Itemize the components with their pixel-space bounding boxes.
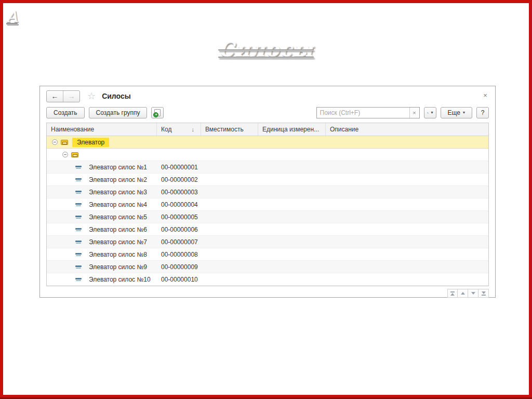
table-row[interactable]: Элеватор силос №800-00000008 [47, 248, 488, 261]
unit-cell [258, 186, 326, 198]
name-cell: Элеватор [47, 136, 157, 148]
name-cell: Элеватор силос №2 [47, 174, 157, 185]
code-cell: 00-00000010 [157, 273, 201, 285]
search-box: × [316, 107, 420, 118]
capacity-cell [201, 273, 258, 285]
table-body: ЭлеваторЭлеватор силос №100-00000001Элев… [47, 136, 488, 286]
triangle-down-icon [482, 291, 486, 294]
go-to-last-button[interactable] [478, 289, 489, 298]
create-button[interactable]: Создать [46, 107, 85, 118]
tree-collapse-icon[interactable] [52, 139, 58, 145]
table-row[interactable]: Элеватор силос №200-00000002 [47, 174, 488, 186]
table-row[interactable]: Элеватор силос №600-00000006 [47, 223, 488, 236]
table-row[interactable] [47, 149, 488, 161]
unit-cell [258, 273, 326, 285]
create-group-button[interactable]: Создать группу [89, 107, 148, 118]
list-footer [40, 286, 495, 298]
table-row[interactable]: Элеватор силос №500-00000005 [47, 211, 488, 223]
column-header-4[interactable]: Единица измерен... [258, 123, 326, 136]
name-cell: Элеватор силос №10 [47, 273, 157, 285]
capacity-cell [201, 149, 258, 161]
tree-indent [52, 167, 75, 167]
search-icon [427, 110, 429, 116]
code-cell: 00-00000004 [157, 198, 201, 210]
item-name: Элеватор силос №2 [89, 176, 147, 183]
item-name: Элеватор силос №7 [89, 238, 147, 246]
tree-collapse-icon[interactable] [62, 152, 68, 157]
description-cell [326, 261, 488, 273]
item-name: Элеватор силос №1 [89, 164, 147, 171]
help-button[interactable]: ? [476, 107, 489, 118]
description-cell [326, 174, 488, 185]
unit-cell [258, 174, 326, 185]
table-row[interactable]: Элеватор силос №400-00000004 [47, 198, 488, 211]
code-cell: 00-00000009 [157, 261, 201, 273]
triangle-up-icon [461, 292, 465, 295]
group-folder-icon [71, 152, 78, 157]
app-window: ← → ☆ Силосы × Создать Создать группу + [39, 86, 496, 298]
unit-cell [258, 211, 326, 223]
triangle-down-icon [471, 292, 475, 295]
description-cell [326, 186, 488, 198]
capacity-cell [201, 236, 258, 248]
toolbar-right-group: × ▾ Еще ▾ ? [316, 107, 489, 118]
item-name: Элеватор силос №4 [89, 201, 147, 208]
column-header-3[interactable]: Вместимость [201, 123, 258, 136]
table-row[interactable]: Элеватор [47, 136, 488, 149]
toolbar-left-group: Создать Создать группу + [46, 107, 164, 118]
code-cell: 00-00000008 [157, 248, 201, 260]
unit-cell [258, 198, 326, 210]
name-cell: Элеватор силос №7 [47, 236, 157, 248]
capacity-cell [201, 211, 258, 223]
capacity-cell [201, 223, 258, 235]
more-button[interactable]: Еще ▾ [441, 107, 472, 118]
create-by-copy-button[interactable]: + [151, 107, 164, 118]
copy-document-icon: + [154, 109, 161, 116]
table-row[interactable]: Элеватор силос №900-00000009 [47, 261, 488, 273]
slide-title: Силосы [0, 37, 532, 61]
favorite-star-icon[interactable]: ☆ [87, 91, 96, 101]
unit-cell [258, 136, 326, 148]
catalog-item-icon [75, 252, 82, 257]
code-cell: 00-00000001 [157, 161, 201, 173]
search-clear-button[interactable]: × [409, 108, 419, 118]
catalog-item-icon [75, 190, 82, 194]
back-button[interactable]: ← [47, 91, 63, 102]
move-up-button[interactable] [458, 289, 468, 298]
search-input[interactable] [317, 108, 409, 117]
code-cell: 00-00000007 [157, 236, 201, 248]
tree-indent [52, 154, 62, 155]
column-header-5[interactable]: Описание [326, 123, 488, 136]
table-row[interactable]: Элеватор силос №300-00000003 [47, 186, 488, 198]
tree-indent [52, 192, 75, 192]
table-row[interactable]: Элеватор силос №700-00000007 [47, 236, 488, 248]
table-header-row: НаименованиеКод↓ВместимостьЕдиница измер… [47, 123, 488, 136]
column-header-1[interactable]: Наименование [47, 123, 157, 136]
go-to-first-button[interactable] [447, 289, 458, 298]
unit-cell [258, 236, 326, 248]
table-row[interactable]: Элеватор силос №1000-00000010 [47, 273, 488, 286]
list-toolbar: Создать Создать группу + × ▾ [40, 106, 495, 123]
name-cell: Элеватор силос №1 [47, 161, 157, 173]
column-header-2[interactable]: Код↓ [157, 123, 201, 136]
column-header-label: Единица измерен... [262, 126, 319, 133]
move-down-button[interactable] [468, 289, 478, 298]
unit-cell [258, 161, 326, 173]
column-header-label: Код [161, 126, 171, 133]
unit-cell [258, 149, 326, 161]
column-header-label: Описание [330, 126, 358, 133]
close-button[interactable]: × [481, 90, 490, 100]
description-cell [326, 223, 488, 235]
capacity-cell [201, 136, 258, 148]
bar-icon [482, 295, 486, 296]
capacity-cell [201, 174, 258, 185]
close-icon: × [483, 91, 487, 99]
description-cell [326, 211, 488, 223]
name-cell: Элеватор силос №3 [47, 186, 157, 198]
column-header-label: Наименование [51, 126, 94, 133]
search-options-button[interactable]: ▾ [424, 107, 436, 118]
capacity-cell [201, 186, 258, 198]
forward-button[interactable]: → [63, 91, 79, 102]
description-cell [326, 161, 488, 173]
table-row[interactable]: Элеватор силос №100-00000001 [47, 161, 488, 174]
